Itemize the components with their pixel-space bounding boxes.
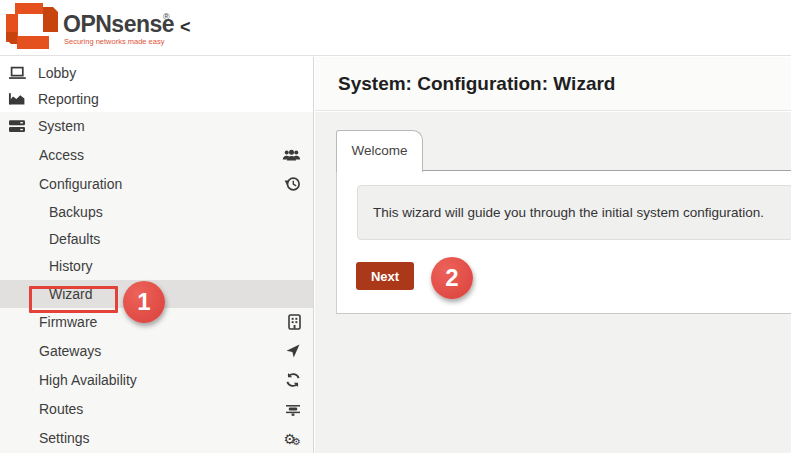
sidebar-item-label: Firmware bbox=[39, 314, 97, 330]
sidebar-item-system[interactable]: System bbox=[0, 112, 313, 141]
tab-content-panel: This wizard will guide you through the i… bbox=[336, 170, 791, 314]
area-chart-icon bbox=[8, 91, 38, 107]
wizard-info-box: This wizard will guide you through the i… bbox=[357, 185, 791, 240]
location-arrow-icon bbox=[285, 343, 301, 359]
sidebar-item-label: Gateways bbox=[39, 343, 101, 359]
sidebar-item-high-availability[interactable]: High Availability bbox=[0, 366, 313, 395]
sidebar-item-settings[interactable]: Settings ⚙ ⚙ bbox=[0, 424, 313, 453]
history-icon bbox=[284, 176, 301, 192]
sidebar-item-lobby[interactable]: Lobby bbox=[0, 60, 313, 86]
sidebar-item-reporting[interactable]: Reporting bbox=[0, 86, 313, 112]
gears-icon: ⚙ ⚙ bbox=[283, 430, 301, 447]
refresh-icon bbox=[285, 372, 301, 388]
page-title-band: System: Configuration: Wizard bbox=[315, 57, 791, 111]
sidebar-item-label: System bbox=[38, 118, 85, 134]
server-icon bbox=[8, 118, 38, 134]
opnsense-window: OPNsense ® Securing networks made easy <… bbox=[0, 0, 791, 453]
sidebar-item-history[interactable]: History bbox=[0, 253, 313, 280]
brand-tagline: Securing networks made easy bbox=[64, 37, 164, 46]
sidebar-item-label: Reporting bbox=[38, 91, 99, 107]
registered-mark: ® bbox=[163, 12, 170, 22]
sidebar-item-label: Access bbox=[39, 147, 84, 163]
sidebar-item-label: Backups bbox=[49, 204, 103, 220]
sidebar-nav: Lobby Reporting bbox=[0, 57, 314, 453]
content-area: Welcome This wizard will guide you throu… bbox=[315, 112, 791, 453]
sidebar-item-label: Wizard bbox=[49, 286, 93, 302]
sidebar-item-label: Configuration bbox=[39, 176, 122, 192]
next-button[interactable]: Next bbox=[356, 262, 414, 290]
page-title: System: Configuration: Wizard bbox=[315, 57, 791, 111]
sidebar-item-defaults[interactable]: Defaults bbox=[0, 226, 313, 253]
laptop-icon bbox=[8, 65, 38, 81]
sidebar-item-access[interactable]: Access bbox=[0, 141, 313, 170]
opnsense-logo-icon bbox=[6, 3, 58, 53]
sidebar-item-label: Lobby bbox=[38, 65, 76, 81]
sidebar-item-label: Defaults bbox=[49, 231, 100, 247]
system-section: System Access Configuration bbox=[0, 112, 313, 453]
sidebar-collapse-icon[interactable]: < bbox=[180, 14, 191, 40]
sliders-icon bbox=[285, 401, 301, 417]
sidebar-item-routes[interactable]: Routes bbox=[0, 395, 313, 424]
sidebar-item-wizard[interactable]: Wizard bbox=[0, 280, 313, 308]
wizard-info-text: This wizard will guide you through the i… bbox=[373, 205, 764, 220]
sidebar-item-label: Settings bbox=[39, 430, 90, 446]
header-bar: OPNsense ® Securing networks made easy < bbox=[0, 0, 791, 56]
sidebar-item-label: History bbox=[49, 258, 93, 274]
users-icon bbox=[282, 147, 301, 163]
sidebar-item-firmware[interactable]: Firmware bbox=[0, 308, 313, 337]
main-area: System: Configuration: Wizard Welcome Th… bbox=[315, 57, 791, 453]
sidebar-item-configuration[interactable]: Configuration bbox=[0, 170, 313, 199]
brand-name: OPNsense bbox=[63, 11, 174, 38]
building-icon bbox=[288, 314, 301, 330]
sidebar-item-label: Routes bbox=[39, 401, 83, 417]
tab-welcome[interactable]: Welcome bbox=[336, 130, 423, 172]
sidebar-item-backups[interactable]: Backups bbox=[0, 199, 313, 226]
sidebar-item-gateways[interactable]: Gateways bbox=[0, 337, 313, 366]
tab-label: Welcome bbox=[351, 143, 407, 158]
sidebar-item-label: High Availability bbox=[39, 372, 137, 388]
